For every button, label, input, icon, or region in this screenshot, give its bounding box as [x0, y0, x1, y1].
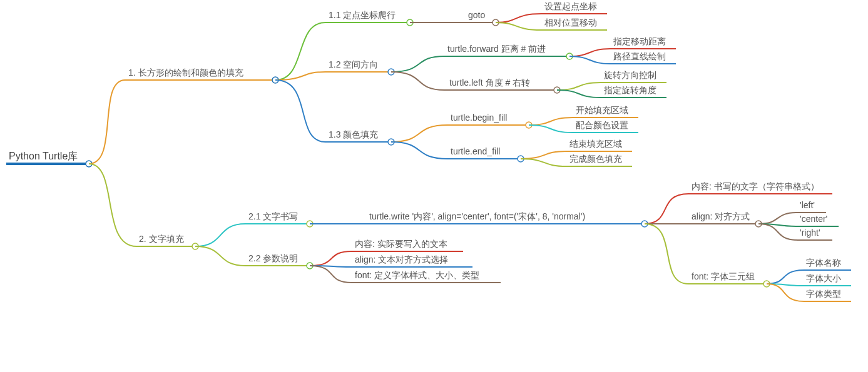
svg-text:内容: 实际要写入的文本: 内容: 实际要写入的文本	[355, 239, 447, 249]
svg-text:font: 字体三元组: font: 字体三元组	[692, 271, 755, 281]
svg-text:turtle.left 角度 # 右转: turtle.left 角度 # 右转	[449, 78, 530, 88]
leaf-2-2-content[interactable]: 内容: 实际要写入的文本	[352, 239, 463, 251]
svg-text:旋转方向控制: 旋转方向控制	[604, 70, 656, 80]
svg-text:字体大小: 字体大小	[806, 273, 841, 283]
leaf-2-1-content[interactable]: 内容: 书写的文字（字符串格式）	[688, 181, 832, 194]
root-label: Python Turtle库	[9, 151, 78, 161]
node-1-3-begin[interactable]: turtle.begin_fill	[447, 113, 532, 128]
svg-text:font: 定义字体样式、大小、类型: font: 定义字体样式、大小、类型	[355, 270, 479, 280]
node-1-label: 1. 长方形的绘制和颜色的填充	[128, 68, 243, 78]
svg-text:相对位置移动: 相对位置移动	[544, 18, 597, 28]
leaf-font-size[interactable]: 字体大小	[804, 273, 851, 286]
edge-1-1-leaf2	[496, 23, 541, 30]
edge-n2-1	[195, 224, 245, 246]
edge-root-n1	[89, 80, 125, 164]
svg-text:开始填充区域: 开始填充区域	[576, 105, 628, 115]
leaf-1-1-b[interactable]: 相对位置移动	[541, 18, 607, 30]
node-1-3[interactable]: 1.3 颜色填充	[325, 129, 394, 145]
node-2-2[interactable]: 2.2 参数说明	[245, 253, 313, 269]
node-2-1-font[interactable]: font: 字体三元组	[688, 271, 770, 287]
node-1-3-end[interactable]: turtle.end_fill	[447, 146, 524, 162]
svg-text:指定移动距离: 指定移动距离	[613, 36, 666, 46]
node-2-1-align[interactable]: align: 对齐方式	[688, 211, 762, 227]
svg-text:align: 文本对齐方式选择: align: 文本对齐方式选择	[355, 254, 448, 264]
node-1-1-label: 1.1 定点坐标爬行	[329, 10, 396, 20]
leaf-1-3-end-a[interactable]: 结束填充区域	[566, 139, 632, 151]
root-node[interactable]: Python Turtle库	[6, 151, 92, 167]
svg-text:配合颜色设置: 配合颜色设置	[576, 120, 628, 130]
svg-text:设置起点坐标: 设置起点坐标	[544, 1, 597, 11]
edge-1-2-fwd	[391, 56, 444, 72]
node-1-1[interactable]: 1.1 定点坐标爬行	[325, 10, 413, 26]
leaf-1-2-left-a[interactable]: 旋转方向控制	[601, 70, 666, 83]
leaf-2-2-font[interactable]: font: 定义字体样式、大小、类型	[352, 270, 501, 283]
leaf-1-3-end-b[interactable]: 完成颜色填充	[566, 154, 632, 166]
leaf-align-left[interactable]: 'left'	[798, 200, 826, 213]
leaf-align-right[interactable]: 'right'	[798, 228, 832, 240]
svg-text:'left': 'left'	[800, 200, 815, 210]
leaf-1-2-fwd-b[interactable]: 路径直线绘制	[610, 51, 676, 64]
leaf-2-2-align[interactable]: align: 文本对齐方式选择	[352, 254, 472, 267]
node-1-2-left[interactable]: turtle.left 角度 # 右转	[444, 78, 560, 93]
edge-1-2-left	[391, 72, 444, 90]
svg-text:'center': 'center'	[800, 214, 827, 224]
svg-text:align: 对齐方式: align: 对齐方式	[692, 211, 750, 221]
edge-n2-2	[195, 246, 245, 266]
node-1-1-goto[interactable]: goto	[466, 10, 499, 26]
svg-text:指定旋转角度: 指定旋转角度	[603, 85, 656, 95]
leaf-1-2-fwd-a[interactable]: 指定移动距离	[610, 36, 676, 49]
leaf-1-3-begin-a[interactable]: 开始填充区域	[573, 105, 638, 118]
svg-text:2.1 文字书写: 2.1 文字书写	[248, 211, 298, 221]
node-1[interactable]: 1. 长方形的绘制和颜色的填充	[125, 68, 278, 83]
node-1-2[interactable]: 1.2 空间方向	[325, 59, 394, 75]
svg-text:字体类型: 字体类型	[806, 289, 841, 299]
svg-text:turtle.write '内容', align='cent: turtle.write '内容', align='center', font=…	[369, 211, 585, 221]
node-2-1[interactable]: 2.1 文字书写	[245, 211, 313, 227]
node-1-2-label: 1.2 空间方向	[329, 59, 378, 69]
svg-text:'right': 'right'	[800, 228, 820, 238]
edge-root-n2	[89, 164, 136, 246]
svg-text:路径直线绘制: 路径直线绘制	[613, 51, 666, 61]
leaf-font-type[interactable]: 字体类型	[804, 289, 851, 301]
node-2-label: 2. 文字填充	[139, 234, 184, 244]
svg-text:内容: 书写的文字（字符串格式）: 内容: 书写的文字（字符串格式）	[692, 181, 819, 191]
leaf-font-name[interactable]: 字体名称	[804, 258, 851, 270]
leaf-1-3-begin-b[interactable]: 配合颜色设置	[573, 120, 638, 133]
svg-text:2.2 参数说明: 2.2 参数说明	[248, 253, 298, 263]
node-2-1-write[interactable]: turtle.write '内容', align='center', font=…	[366, 211, 648, 227]
leaf-1-2-left-b[interactable]: 指定旋转角度	[601, 85, 666, 98]
node-1-2-forward[interactable]: turtle.forward 距离 # 前进	[444, 44, 573, 59]
mindmap-canvas: Python Turtle库 1. 长方形的绘制和颜色的填充 1.1 定点坐标爬…	[0, 0, 868, 372]
svg-text:turtle.begin_fill: turtle.begin_fill	[451, 113, 507, 123]
edge-n1-1	[275, 23, 325, 80]
svg-text:字体名称: 字体名称	[806, 258, 841, 268]
node-1-3-label: 1.3 颜色填充	[329, 129, 378, 139]
leaf-align-center[interactable]: 'center'	[798, 214, 839, 226]
edge-n1-3	[275, 80, 325, 142]
node-1-1-goto-label: goto	[468, 10, 485, 20]
svg-text:完成颜色填充: 完成颜色填充	[569, 154, 622, 164]
svg-text:结束填充区域: 结束填充区域	[569, 139, 622, 149]
svg-text:turtle.end_fill: turtle.end_fill	[451, 146, 500, 156]
leaf-1-1-a[interactable]: 设置起点坐标	[541, 1, 607, 14]
node-2[interactable]: 2. 文字填充	[136, 234, 198, 249]
edge-1-1-leaf1	[496, 14, 541, 23]
svg-text:turtle.forward 距离 # 前进: turtle.forward 距离 # 前进	[447, 44, 546, 54]
